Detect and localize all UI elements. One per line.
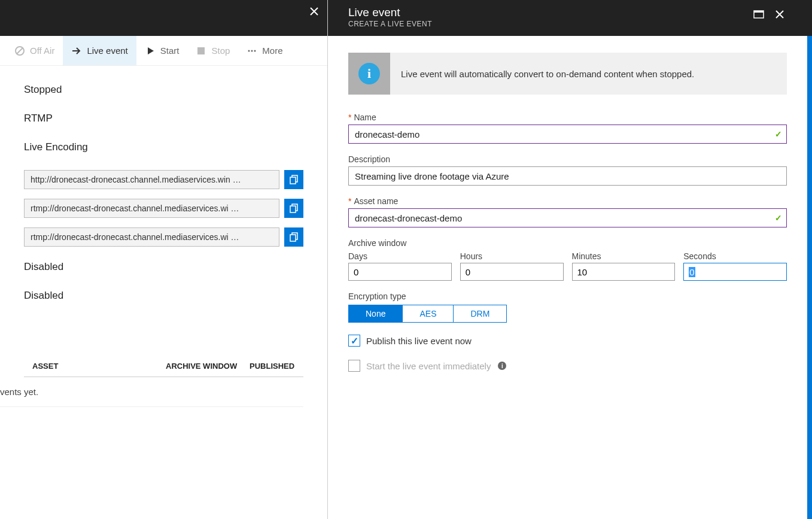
seconds-label: Seconds bbox=[683, 251, 787, 261]
encryption-none[interactable]: None bbox=[349, 305, 403, 322]
liveevent-label: Live event bbox=[87, 45, 127, 56]
encoding-text: Live Encoding bbox=[24, 141, 303, 153]
table-col-archive: ARCHIVE WINDOW bbox=[166, 362, 250, 371]
check-icon: ✓ bbox=[775, 129, 782, 139]
offair-icon bbox=[14, 45, 25, 56]
table-col-asset: ASSET bbox=[24, 362, 166, 371]
table-col-published: PUBLISHED bbox=[250, 362, 303, 371]
left-panel: Off Air Live event Start Stop bbox=[0, 0, 328, 519]
archive-window-row: Days Hours Minutes Seconds 0 bbox=[348, 251, 787, 281]
status-text: Stopped bbox=[24, 84, 303, 96]
url-row-1: rtmp://dronecast-dronecast.channel.media… bbox=[24, 199, 303, 218]
right-panel: Live event CREATE A LIVE EVENT i Live ev… bbox=[328, 0, 812, 519]
table-header: ASSET ARCHIVE WINDOW PUBLISHED bbox=[24, 356, 303, 377]
asset-input[interactable] bbox=[348, 208, 787, 227]
table-empty-text: vents yet. bbox=[0, 377, 303, 407]
disabled-text-2: Disabled bbox=[24, 290, 303, 302]
name-label: *Name bbox=[348, 113, 787, 122]
url-box[interactable]: rtmp://dronecast-dronecast.channel.media… bbox=[24, 199, 279, 218]
svg-line-1 bbox=[17, 48, 23, 54]
left-header bbox=[0, 0, 327, 36]
svg-rect-10 bbox=[754, 11, 764, 13]
archive-window-label: Archive window bbox=[348, 238, 787, 248]
start-label: Start bbox=[160, 45, 180, 56]
publish-checkbox-row: Publish this live event now bbox=[348, 335, 787, 347]
close-icon[interactable] bbox=[309, 6, 319, 18]
disabled-text-1: Disabled bbox=[24, 261, 303, 273]
asset-label: *Asset name bbox=[348, 196, 787, 206]
stop-icon bbox=[196, 45, 206, 56]
url-row-2: rtmp://dronecast-dronecast.channel.media… bbox=[24, 227, 303, 247]
startnow-checkbox-row: Start the live event immediately i bbox=[348, 360, 787, 372]
info-icon[interactable]: i bbox=[498, 362, 506, 370]
toolbar: Off Air Live event Start Stop bbox=[0, 36, 327, 66]
startnow-label: Start the live event immediately bbox=[366, 361, 491, 371]
startnow-checkbox[interactable] bbox=[348, 360, 360, 372]
right-edge-bar bbox=[807, 0, 812, 519]
right-body: i Live event will automatically convert … bbox=[328, 36, 807, 519]
days-input[interactable] bbox=[348, 263, 452, 281]
panel-title: Live event bbox=[348, 6, 782, 19]
offair-button[interactable]: Off Air bbox=[6, 36, 63, 65]
copy-icon[interactable] bbox=[284, 170, 303, 189]
info-icon: i bbox=[348, 53, 390, 95]
offair-label: Off Air bbox=[30, 45, 54, 56]
svg-rect-6 bbox=[290, 177, 296, 184]
name-input[interactable] bbox=[348, 125, 787, 144]
info-text: Live event will automatically convert to… bbox=[390, 69, 705, 79]
minutes-label: Minutes bbox=[572, 251, 676, 261]
panel-subtitle: CREATE A LIVE EVENT bbox=[348, 20, 782, 28]
more-icon bbox=[247, 45, 257, 56]
svg-point-4 bbox=[251, 50, 253, 51]
encryption-label: Encryption type bbox=[348, 292, 787, 301]
liveevent-button[interactable]: Live event bbox=[63, 36, 136, 65]
play-icon bbox=[145, 45, 156, 56]
hours-input[interactable] bbox=[460, 263, 564, 281]
encryption-drm[interactable]: DRM bbox=[454, 305, 506, 322]
url-row-0: http://dronecast-dronecast.channel.media… bbox=[24, 170, 303, 189]
publish-label: Publish this live event now bbox=[366, 336, 472, 346]
maximize-icon[interactable] bbox=[753, 10, 764, 20]
info-banner: i Live event will automatically convert … bbox=[348, 53, 787, 95]
minutes-input[interactable] bbox=[572, 263, 676, 281]
url-box[interactable]: rtmp://dronecast-dronecast.channel.media… bbox=[24, 227, 279, 247]
left-content: Stopped RTMP Live Encoding http://dronec… bbox=[0, 66, 327, 519]
check-icon: ✓ bbox=[775, 213, 782, 223]
stop-label: Stop bbox=[211, 45, 230, 56]
start-button[interactable]: Start bbox=[136, 36, 188, 65]
publish-checkbox[interactable] bbox=[348, 335, 360, 347]
copy-icon[interactable] bbox=[284, 199, 303, 218]
description-label: Description bbox=[348, 154, 787, 164]
more-label: More bbox=[262, 45, 282, 56]
stop-button[interactable]: Stop bbox=[187, 36, 238, 65]
encryption-group: None AES DRM bbox=[348, 305, 507, 323]
seconds-input[interactable]: 0 bbox=[683, 263, 787, 281]
svg-rect-2 bbox=[197, 47, 205, 54]
arrow-right-icon bbox=[71, 45, 82, 56]
days-label: Days bbox=[348, 251, 452, 261]
svg-rect-7 bbox=[290, 206, 296, 213]
svg-rect-8 bbox=[290, 235, 296, 241]
encryption-aes[interactable]: AES bbox=[403, 305, 454, 322]
svg-point-3 bbox=[248, 50, 250, 51]
right-header: Live event CREATE A LIVE EVENT bbox=[328, 0, 812, 36]
more-button[interactable]: More bbox=[238, 36, 291, 65]
description-input[interactable] bbox=[348, 166, 787, 186]
hours-label: Hours bbox=[460, 251, 564, 261]
close-icon[interactable] bbox=[775, 10, 784, 21]
copy-icon[interactable] bbox=[284, 227, 303, 247]
svg-point-5 bbox=[254, 50, 256, 51]
url-box[interactable]: http://dronecast-dronecast.channel.media… bbox=[24, 170, 279, 189]
protocol-text: RTMP bbox=[24, 113, 303, 125]
